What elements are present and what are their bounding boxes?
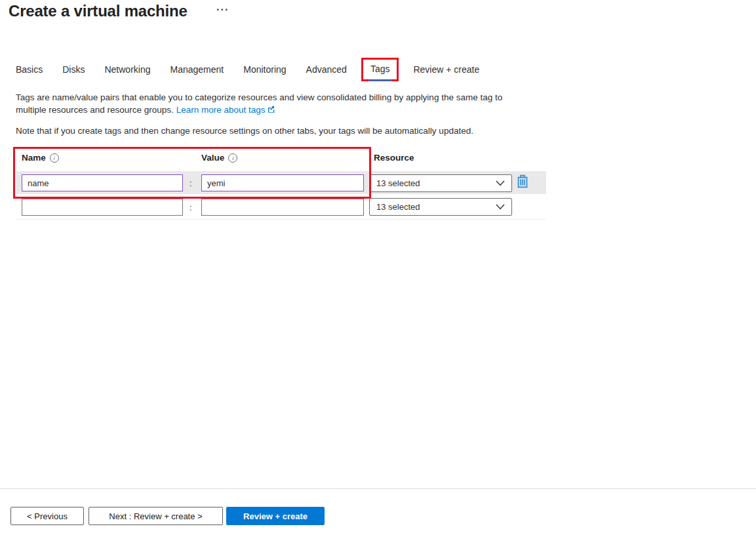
column-header-name-label: Name bbox=[22, 153, 46, 163]
tags-note: Note that if you create tags and then ch… bbox=[16, 126, 606, 136]
previous-button[interactable]: < Previous bbox=[10, 507, 84, 525]
resource-dropdown-row2-value: 13 selected bbox=[376, 202, 420, 212]
tab-advanced[interactable]: Advanced bbox=[306, 63, 347, 76]
chevron-down-icon bbox=[496, 202, 505, 212]
page-title: Create a virtual machine bbox=[9, 2, 188, 20]
tab-review-create[interactable]: Review + create bbox=[413, 63, 479, 76]
tab-networking[interactable]: Networking bbox=[104, 63, 150, 76]
tags-description: Tags are name/value pairs that enable yo… bbox=[16, 91, 535, 117]
resource-dropdown-row2[interactable]: 13 selected bbox=[369, 198, 512, 216]
tab-monitoring[interactable]: Monitoring bbox=[243, 63, 286, 76]
info-icon[interactable]: i bbox=[228, 153, 237, 163]
learn-more-link-label: Learn more about tags bbox=[176, 105, 266, 115]
learn-more-link[interactable]: Learn more about tags bbox=[176, 105, 275, 115]
column-header-resource-label: Resource bbox=[374, 153, 414, 163]
resource-dropdown-row1-value: 13 selected bbox=[376, 178, 420, 188]
column-header-value-label: Value bbox=[201, 153, 224, 163]
tag-name-input-row2[interactable] bbox=[22, 199, 183, 216]
tag-value-input-row1[interactable] bbox=[201, 174, 364, 191]
wizard-tabbar: Basics Disks Networking Management Monit… bbox=[16, 58, 479, 81]
name-value-separator: : bbox=[189, 178, 192, 188]
tab-tags[interactable]: Tags bbox=[370, 62, 390, 75]
external-link-icon bbox=[267, 104, 275, 117]
next-button[interactable]: Next : Review + create > bbox=[89, 507, 223, 525]
tab-basics[interactable]: Basics bbox=[16, 63, 43, 76]
more-options-icon[interactable]: ... bbox=[216, 1, 229, 13]
resource-dropdown-row1[interactable]: 13 selected bbox=[369, 174, 512, 192]
tab-disks[interactable]: Disks bbox=[62, 63, 85, 76]
footer-divider bbox=[0, 488, 756, 489]
delete-tag-icon[interactable] bbox=[515, 174, 530, 190]
column-header-resource: Resource bbox=[374, 153, 414, 163]
column-header-value: Value i bbox=[201, 153, 237, 163]
column-header-name: Name i bbox=[22, 153, 59, 163]
tab-management[interactable]: Management bbox=[170, 63, 224, 76]
review-create-button[interactable]: Review + create bbox=[226, 507, 325, 525]
tag-name-input-row1[interactable] bbox=[22, 174, 183, 191]
name-value-separator: : bbox=[189, 203, 192, 212]
tag-value-input-row2[interactable] bbox=[201, 199, 364, 216]
info-icon[interactable]: i bbox=[50, 153, 59, 163]
tab-tags-annotation-box: Tags bbox=[361, 58, 399, 81]
active-tab-underline bbox=[368, 79, 392, 81]
chevron-down-icon bbox=[496, 178, 505, 188]
table-bottom-divider bbox=[16, 219, 546, 220]
